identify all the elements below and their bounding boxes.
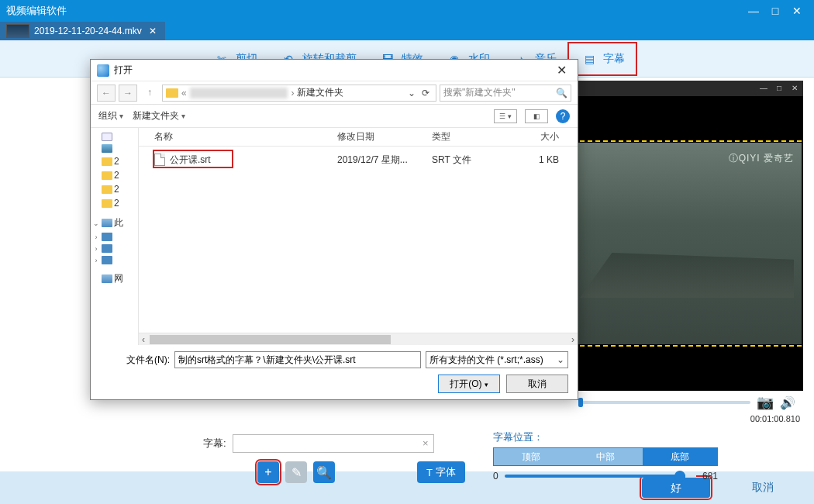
timeline: 📷 🔊 <box>571 391 803 414</box>
subtitle-label: 字幕: <box>203 437 226 450</box>
file-tab[interactable]: 2019-12-11-20-24-44.mkv ✕ <box>0 22 165 40</box>
edit-subtitle-button[interactable]: ✎ <box>285 461 307 483</box>
subtitle-buttons: + ✎ 🔍 T字体 <box>257 461 465 483</box>
preview-close-icon[interactable]: ✕ <box>789 83 800 94</box>
subtitle-input[interactable]: × <box>233 434 434 453</box>
filename-field[interactable] <box>174 351 421 368</box>
search-icon[interactable]: 🔍 <box>556 88 567 98</box>
file-list[interactable]: 公开课.srt 2019/12/7 星期... SRT 文件 1 KB <box>139 147 578 333</box>
close-button[interactable]: ✕ <box>786 5 808 17</box>
dialog-open-button[interactable]: 打开(O) ▾ <box>438 375 500 393</box>
video-frame: ⓘQIYI 爱奇艺 <box>572 143 802 344</box>
chevron-down-icon[interactable]: ⌄ <box>408 88 416 98</box>
dialog-toolbar: 组织 新建文件夹 ☰ ▾ ◧ ? <box>91 105 578 128</box>
slider-min: 0 <box>493 471 498 482</box>
open-dialog: 打开 ✕ ← → ↑ « 2████████ › 新建文件夹 ⌄ ⟳ 搜索"新建… <box>90 59 578 400</box>
position-slider[interactable] <box>505 475 696 478</box>
position-bot[interactable]: 底部 <box>643 448 717 465</box>
list-item[interactable]: 公开课.srt 2019/12/7 星期... SRT 文件 1 KB <box>154 151 578 168</box>
nav-forward-icon[interactable]: → <box>119 85 137 102</box>
subtitle-icon: ▤ <box>580 50 598 68</box>
refresh-icon[interactable]: ⟳ <box>419 88 433 98</box>
nav-up-icon[interactable]: ↑ <box>140 85 159 102</box>
dialog-body: 2 2 2 2 ⌄此 › › › 网 名称 修改日期 类型 大小 公开课.srt <box>91 128 578 345</box>
dialog-footer: 文件名(N): 所有支持的文件 (*.srt;*.ass) 打开(O) ▾ 取消 <box>91 345 578 399</box>
crumb-blurred[interactable]: 2████████ <box>190 88 288 98</box>
camera-icon[interactable]: 📷 <box>757 394 774 411</box>
column-headers: 名称 修改日期 类型 大小 <box>139 128 578 147</box>
search-subtitle-button[interactable]: 🔍 <box>313 461 335 483</box>
col-type[interactable]: 类型 <box>432 130 516 143</box>
speaker-icon[interactable]: 🔊 <box>780 395 795 410</box>
folder-tree[interactable]: 2 2 2 2 ⌄此 › › › 网 <box>91 128 139 345</box>
cancel-button[interactable]: 取消 <box>729 478 797 498</box>
dialog-close-icon[interactable]: ✕ <box>552 63 571 78</box>
dialog-icon <box>97 64 109 77</box>
col-date[interactable]: 修改日期 <box>337 130 432 143</box>
filetype-filter[interactable]: 所有支持的文件 (*.srt;*.ass) <box>426 351 568 368</box>
seek-track[interactable] <box>578 401 750 404</box>
col-size[interactable]: 大小 <box>516 130 559 143</box>
file-name: 2019-12-11-20-24-44.mkv <box>34 26 142 36</box>
crumb-current[interactable]: 新建文件夹 <box>297 86 343 99</box>
preview-window-controls: — □ ✕ <box>571 81 803 96</box>
font-button[interactable]: T字体 <box>417 461 465 483</box>
dialog-title: 打开 <box>114 64 133 77</box>
position-panel: 字幕位置： 顶部 中部 底部 0 681 <box>493 430 718 482</box>
preview-pane-icon[interactable]: ◧ <box>525 109 548 123</box>
maximize-button[interactable]: □ <box>764 5 786 17</box>
dialog-titlebar: 打开 ✕ <box>91 60 578 81</box>
file-icon <box>154 154 165 166</box>
organize-menu[interactable]: 组织 <box>98 109 123 123</box>
position-mid[interactable]: 中部 <box>568 448 643 465</box>
titlebar: 视频编辑软件 — □ ✕ <box>0 0 814 22</box>
time-label: 00:01:00.810 <box>571 414 803 423</box>
crop-guide-bottom <box>572 345 802 347</box>
preview-min-icon[interactable]: — <box>758 83 769 94</box>
file-tabs: 2019-12-11-20-24-44.mkv ✕ <box>0 22 814 40</box>
subtitle-input-row: 字幕: × <box>203 434 434 453</box>
breadcrumb[interactable]: « 2████████ › 新建文件夹 ⌄ ⟳ <box>162 85 436 102</box>
preview-video[interactable]: ⓘQIYI 爱奇艺 <box>571 96 803 391</box>
col-name[interactable]: 名称 <box>154 130 337 143</box>
slider-max: 681 <box>702 471 718 482</box>
text-icon: T <box>426 467 433 478</box>
crop-guide-top <box>572 140 802 142</box>
folder-icon <box>166 88 178 98</box>
add-subtitle-button[interactable]: + <box>257 461 279 483</box>
file-thumb <box>6 24 29 38</box>
dialog-cancel-button[interactable]: 取消 <box>506 375 568 393</box>
scene-roof <box>580 253 794 298</box>
preview-pane: — □ ✕ ⓘQIYI 爱奇艺 📷 🔊 00:01:00.810 <box>571 81 803 423</box>
file-list-area: 名称 修改日期 类型 大小 公开课.srt 2019/12/7 星期... SR… <box>139 128 578 345</box>
view-mode-icon[interactable]: ☰ ▾ <box>494 109 517 123</box>
nav-back-icon[interactable]: ← <box>97 85 116 102</box>
search-input[interactable]: 搜索"新建文件夹" 🔍 <box>440 85 571 102</box>
new-folder-button[interactable]: 新建文件夹 <box>133 109 185 123</box>
dialog-nav: ← → ↑ « 2████████ › 新建文件夹 ⌄ ⟳ 搜索"新建文件夹" … <box>91 81 578 105</box>
video-watermark: ⓘQIYI 爱奇艺 <box>729 152 794 165</box>
position-top[interactable]: 顶部 <box>494 448 568 465</box>
preview-max-icon[interactable]: □ <box>774 83 785 94</box>
close-tab-icon[interactable]: ✕ <box>147 26 159 36</box>
clear-icon[interactable]: × <box>423 437 429 449</box>
horizontal-scrollbar[interactable]: ‹ › <box>139 333 578 345</box>
position-slider-row: 0 681 <box>493 471 718 482</box>
minimize-button[interactable]: — <box>743 5 764 17</box>
app-title: 视频编辑软件 <box>6 4 67 18</box>
filename-label: 文件名(N): <box>100 354 170 367</box>
help-icon[interactable]: ? <box>556 109 570 123</box>
position-title: 字幕位置： <box>493 430 718 444</box>
position-segment: 顶部 中部 底部 <box>493 447 718 466</box>
